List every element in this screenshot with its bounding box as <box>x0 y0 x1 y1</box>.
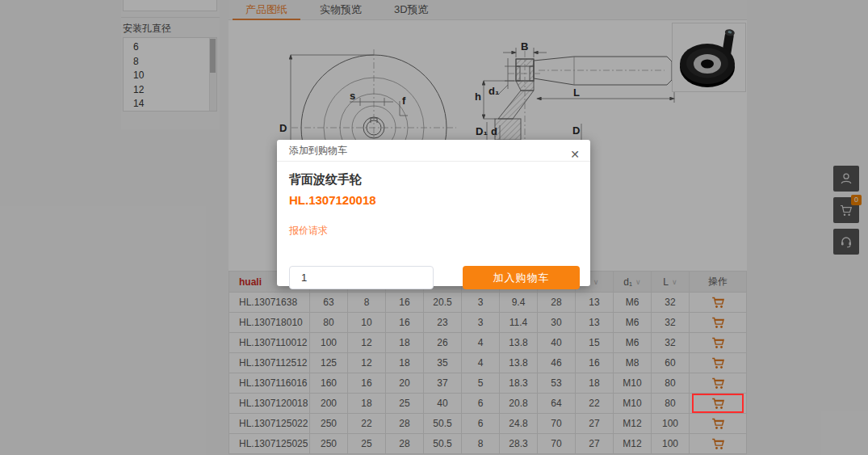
product-name: 背面波纹手轮 <box>289 172 578 187</box>
modal-body: 背面波纹手轮 HL.1307120018 报价请求 加入购物车 <box>277 162 590 286</box>
quantity-row: 加入购物车 <box>289 266 578 289</box>
product-code: HL.1307120018 <box>289 193 578 207</box>
quote-request-link[interactable]: 报价请求 <box>289 224 328 238</box>
add-to-cart-modal: 添加到购物车 ✕ 背面波纹手轮 HL.1307120018 报价请求 加入购物车 <box>277 140 590 286</box>
add-to-cart-button[interactable]: 加入购物车 <box>463 266 580 289</box>
quantity-input[interactable] <box>289 266 434 289</box>
modal-title: 添加到购物车 <box>289 145 347 156</box>
modal-header: 添加到购物车 ✕ <box>277 140 590 162</box>
